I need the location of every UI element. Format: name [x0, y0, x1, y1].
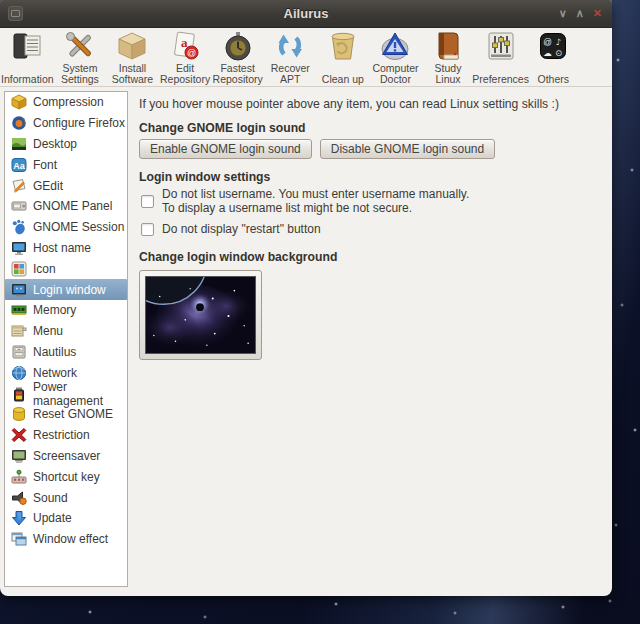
toolbar-item-install-software[interactable]: Install Software — [106, 30, 159, 86]
svg-text:@: @ — [543, 37, 552, 47]
sidebar-item-reset-gnome[interactable]: Reset GNOME — [5, 404, 127, 425]
sidebar-item-window-effect[interactable]: Window effect — [5, 529, 127, 550]
restriction-icon — [10, 427, 27, 443]
hint-text: If you hover mouse pointer above any ite… — [139, 97, 604, 111]
desktop-background: { "window": { "title": "Ailurus", "contr… — [0, 0, 640, 624]
sidebar-item-label: Restriction — [33, 428, 90, 442]
shortcut-key-icon — [10, 469, 27, 485]
sidebar-item-font[interactable]: Aa Font — [5, 154, 127, 175]
toolbar-item-information[interactable]: Information — [1, 30, 54, 86]
toolbar-item-fastest-repository[interactable]: Fastest Repository — [211, 30, 264, 86]
sound-icon — [10, 490, 27, 506]
study-linux-icon — [432, 30, 464, 62]
sidebar-item-menu[interactable]: Menu — [5, 321, 127, 342]
toolbar-item-study-linux[interactable]: Study Linux — [422, 30, 475, 86]
minimize-button[interactable]: ∨ — [559, 8, 567, 19]
sidebar-item-gnome-session[interactable]: GNOME Session — [5, 217, 127, 238]
toolbar-item-edit-repository[interactable]: a@ Edit Repository — [159, 30, 212, 86]
sidebar-item-nautilus[interactable]: Nautilus — [5, 342, 127, 363]
sidebar-item-update[interactable]: Update — [5, 508, 127, 529]
memory-icon — [10, 302, 27, 318]
sidebar-item-power-management[interactable]: Power management — [5, 383, 127, 404]
toolbar-label: Study Linux — [422, 62, 475, 86]
toolbar-label: Install Software — [106, 62, 159, 86]
nautilus-icon — [10, 344, 27, 360]
sidebar-item-label: Compression — [33, 95, 104, 109]
toolbar-item-computer-doctor[interactable]: Computer Doctor — [369, 30, 422, 86]
sidebar-item-label: Desktop — [33, 137, 77, 151]
sidebar-item-gnome-panel[interactable]: GNOME Panel — [5, 196, 127, 217]
sidebar-item-desktop[interactable]: Desktop — [5, 134, 127, 155]
sidebar-item-label: Window effect — [33, 532, 108, 546]
window-effect-icon — [10, 531, 27, 547]
host-name-icon — [10, 240, 27, 256]
toolbar-item-clean-up[interactable]: Clean up — [317, 30, 370, 86]
sidebar-item-host-name[interactable]: Host name — [5, 238, 127, 259]
sidebar: Compression Configure Firefox Desktop Aa… — [4, 91, 128, 587]
disable-login-sound-button[interactable]: Disable GNOME login sound — [320, 139, 495, 159]
gnome-panel-icon — [10, 198, 27, 214]
title-bar[interactable]: Ailurus ∨ ∧ ✕ — [0, 0, 612, 28]
sidebar-item-compression[interactable]: Compression — [5, 92, 127, 113]
toolbar-label: System Settings — [54, 62, 107, 86]
svg-text:@: @ — [187, 48, 196, 58]
svg-text:⊙: ⊙ — [555, 48, 562, 58]
ailurus-window: Ailurus ∨ ∧ ✕ Information System Setting… — [0, 0, 612, 596]
sidebar-item-label: Configure Firefox — [33, 116, 125, 130]
section-heading-login-background: Change login window background — [139, 250, 604, 264]
sidebar-item-label: Menu — [33, 324, 63, 338]
space-nebula-image — [145, 276, 256, 354]
svg-text:Aa: Aa — [13, 160, 25, 170]
no-username-list-checkbox[interactable] — [141, 195, 154, 208]
sidebar-item-label: Font — [33, 158, 57, 172]
toolbar-item-others[interactable]: @♪☁⊙ Others — [527, 30, 580, 86]
sidebar-item-label: GNOME Session — [33, 220, 124, 234]
checkbox-label-line2: To display a username list might be not … — [162, 201, 412, 215]
toolbar: Information System Settings Install Soft… — [0, 28, 612, 87]
toolbar-label: Computer Doctor — [369, 62, 422, 86]
menu-icon — [10, 323, 27, 339]
checkbox-row-no-restart-button[interactable]: Do not display "restart" button — [141, 223, 604, 237]
sidebar-item-memory[interactable]: Memory — [5, 300, 127, 321]
sidebar-item-screensaver[interactable]: Screensaver — [5, 446, 127, 467]
fastest-repository-icon — [222, 30, 254, 62]
svg-text:♪: ♪ — [556, 37, 561, 47]
close-button[interactable]: ✕ — [593, 8, 602, 19]
toolbar-item-recover-apt[interactable]: Recover APT — [264, 30, 317, 86]
font-icon: Aa — [10, 157, 27, 173]
sidebar-item-label: Memory — [33, 303, 76, 317]
main-panel: If you hover mouse pointer above any ite… — [132, 91, 608, 587]
sidebar-item-gedit[interactable]: GEdit — [5, 175, 127, 196]
sidebar-item-label: Shortcut key — [33, 470, 100, 484]
gedit-icon — [10, 178, 27, 194]
sidebar-item-configure-firefox[interactable]: Configure Firefox — [5, 113, 127, 134]
window-title: Ailurus — [0, 6, 612, 21]
login-background-thumbnail-button[interactable] — [139, 270, 262, 360]
network-icon — [10, 365, 27, 381]
content-area: Compression Configure Firefox Desktop Aa… — [0, 87, 612, 596]
sidebar-item-icon[interactable]: Icon — [5, 258, 127, 279]
sidebar-item-label: Host name — [33, 241, 91, 255]
compression-icon — [10, 94, 27, 110]
section-heading-login-sound: Change GNOME login sound — [139, 121, 604, 135]
sidebar-item-restriction[interactable]: Restriction — [5, 425, 127, 446]
sidebar-item-login-window[interactable]: Login window — [5, 279, 127, 300]
edit-repository-icon: a@ — [169, 30, 201, 62]
toolbar-label: Fastest Repository — [211, 62, 264, 86]
sidebar-item-label: Nautilus — [33, 345, 76, 359]
maximize-button[interactable]: ∧ — [576, 8, 584, 19]
reset-gnome-icon — [10, 406, 27, 422]
toolbar-item-system-settings[interactable]: System Settings — [54, 30, 107, 86]
update-icon — [10, 510, 27, 526]
sidebar-item-label: Reset GNOME — [33, 407, 113, 421]
system-settings-icon — [64, 30, 96, 62]
sidebar-item-label: Update — [33, 511, 72, 525]
toolbar-item-preferences[interactable]: Preferences — [474, 30, 527, 86]
checkbox-row-no-username-list[interactable]: Do not list username. You must enter use… — [141, 188, 604, 215]
sidebar-item-shortcut-key[interactable]: Shortcut key — [5, 466, 127, 487]
sidebar-item-sound[interactable]: Sound — [5, 487, 127, 508]
enable-login-sound-button[interactable]: Enable GNOME login sound — [139, 139, 312, 159]
toolbar-label: Edit Repository — [159, 62, 212, 86]
no-restart-button-checkbox[interactable] — [141, 223, 154, 236]
checkbox-label: Do not display "restart" button — [162, 223, 321, 237]
